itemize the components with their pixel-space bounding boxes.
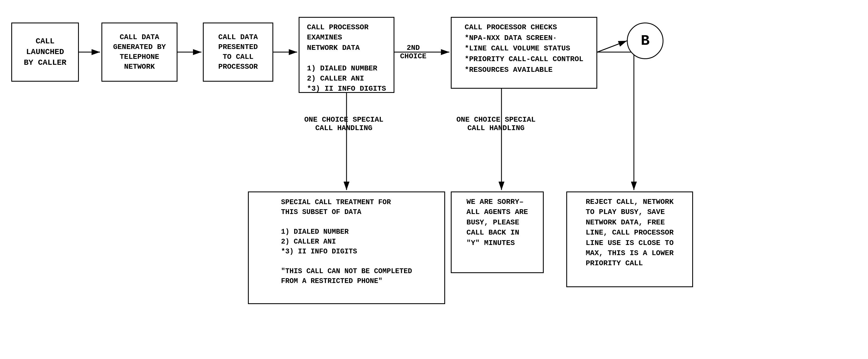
call-data-generated-label: CALL DATA GENERATED BY TELEPHONE NETWORK [113,32,166,72]
sorry-agents-label: WE ARE SORRY– ALL AGENTS ARE BUSY, PLEAS… [467,197,528,248]
box-sorry-agents: WE ARE SORRY– ALL AGENTS ARE BUSY, PLEAS… [451,192,544,273]
box-call-data-presented: CALL DATA PRESENTED TO CALL PROCESSOR [203,23,273,81]
one-choice-right-label: ONE CHOICE SPECIAL CALL HANDLING [456,116,535,132]
reject-call-label: REJECT CALL, NETWORK TO PLAY BUSY, SAVE … [586,197,674,269]
second-choice-label: 2ND CHOICE [400,44,427,61]
box-call-processor-checks: CALL PROCESSOR CHECKS *NPA-NXX DATA SCRE… [451,17,597,89]
one-choice-left-label: ONE CHOICE SPECIAL CALL HANDLING [304,116,383,132]
call-processor-examines-label: CALL PROCESSOR EXAMINES NETWORK DATA 1) … [307,22,386,94]
call-processor-checks-label: CALL PROCESSOR CHECKS *NPA-NXX DATA SCRE… [465,22,583,75]
svg-line-5 [597,41,627,52]
box-reject-call: REJECT CALL, NETWORK TO PLAY BUSY, SAVE … [566,192,693,287]
box-special-call-treatment: SPECIAL CALL TREATMENT FOR THIS SUBSET O… [248,192,445,304]
circle-b-label: B [641,33,649,49]
circle-b: B [627,23,663,59]
call-launched-label: CALL LAUNCHED BY CALLER [24,36,66,68]
box-call-processor-examines: CALL PROCESSOR EXAMINES NETWORK DATA 1) … [299,17,395,93]
diagram-container: CALL LAUNCHED BY CALLER CALL DATA GENERA… [0,0,868,359]
special-call-treatment-label: SPECIAL CALL TREATMENT FOR THIS SUBSET O… [281,197,412,286]
call-data-presented-label: CALL DATA PRESENTED TO CALL PROCESSOR [218,32,258,72]
box-call-launched: CALL LAUNCHED BY CALLER [11,23,79,81]
box-call-data-generated: CALL DATA GENERATED BY TELEPHONE NETWORK [101,23,178,81]
